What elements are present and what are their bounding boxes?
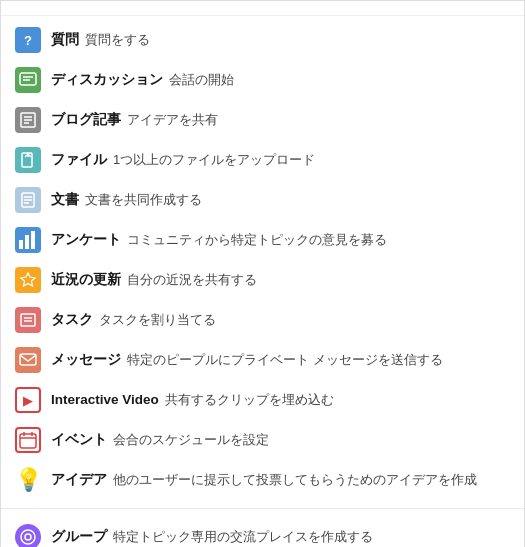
svg-point-26 [25, 534, 31, 540]
item-text-message: メッセージ特定のピープルにプライベート メッセージを送信する [51, 351, 443, 369]
item-name-event: イベント [51, 431, 107, 449]
item-name-discussion: ディスカッション [51, 71, 163, 89]
svg-text:?: ? [24, 33, 32, 48]
menu-item-question[interactable]: ?質問質問をする [1, 20, 524, 60]
item-desc-message: 特定のピープルにプライベート メッセージを送信する [127, 351, 443, 369]
item-desc-blog: アイデアを共有 [127, 111, 218, 129]
item-name-question: 質問 [51, 31, 79, 49]
blog-icon [15, 107, 41, 133]
svg-rect-20 [20, 354, 36, 365]
video-icon: ▶ [15, 387, 41, 413]
task-icon [15, 307, 41, 333]
survey-icon [15, 227, 41, 253]
item-text-discussion: ディスカッション会話の開始 [51, 71, 234, 89]
menu-item-doc[interactable]: 文書文書を共同作成する [1, 180, 524, 220]
menu-item-survey[interactable]: アンケートコミュニティから特定トピックの意見を募る [1, 220, 524, 260]
item-text-task: タスクタスクを割り当てる [51, 311, 216, 329]
menu-list: ?質問質問をするディスカッション会話の開始ブログ記事アイデアを共有ファイル1つ以… [1, 16, 524, 504]
item-name-file: ファイル [51, 151, 107, 169]
update-icon [15, 267, 41, 293]
menu-item-task[interactable]: タスクタスクを割り当てる [1, 300, 524, 340]
svg-rect-1 [20, 73, 36, 85]
item-text-blog: ブログ記事アイデアを共有 [51, 111, 218, 129]
event-icon [15, 427, 41, 453]
item-name-doc: 文書 [51, 191, 79, 209]
item-name-survey: アンケート [51, 231, 121, 249]
item-name-message: メッセージ [51, 351, 121, 369]
item-desc-discussion: 会話の開始 [169, 71, 234, 89]
item-desc-group: 特定トピック専用の交流プレイスを作成する [113, 528, 373, 546]
menu-item-discussion[interactable]: ディスカッション会話の開始 [1, 60, 524, 100]
item-text-question: 質問質問をする [51, 31, 150, 49]
item-name-update: 近況の更新 [51, 271, 121, 289]
panel-header [1, 1, 524, 16]
item-name-task: タスク [51, 311, 93, 329]
item-desc-event: 会合のスケジュールを設定 [113, 431, 269, 449]
item-desc-survey: コミュニティから特定トピックの意見を募る [127, 231, 387, 249]
item-desc-doc: 文書を共同作成する [85, 191, 202, 209]
message-icon [15, 347, 41, 373]
create-panel: ?質問質問をするディスカッション会話の開始ブログ記事アイデアを共有ファイル1つ以… [0, 0, 525, 547]
item-name-blog: ブログ記事 [51, 111, 121, 129]
menu-item-update[interactable]: 近況の更新自分の近況を共有する [1, 260, 524, 300]
item-desc-idea: 他のユーザーに提示して投票してもらうためのアイデアを作成 [113, 471, 477, 489]
item-name-idea: アイデア [51, 471, 107, 489]
item-text-group: グループ特定トピック専用の交流プレイスを作成する [51, 528, 373, 546]
item-desc-task: タスクを割り当てる [99, 311, 216, 329]
svg-rect-21 [20, 434, 36, 448]
svg-rect-17 [21, 314, 35, 326]
group-icon [15, 524, 41, 547]
menu-item-blog[interactable]: ブログ記事アイデアを共有 [1, 100, 524, 140]
file-icon [15, 147, 41, 173]
divider [1, 508, 524, 509]
item-text-file: ファイル1つ以上のファイルをアップロード [51, 151, 315, 169]
discussion-icon [15, 67, 41, 93]
doc-icon [15, 187, 41, 213]
menu-item-message[interactable]: メッセージ特定のピープルにプライベート メッセージを送信する [1, 340, 524, 380]
secondary-list: グループ特定トピック専用の交流プレイスを作成する◷プロジェクトゴールを設定し、ス… [1, 513, 524, 547]
svg-rect-15 [25, 235, 29, 249]
item-name-video: Interactive Video [51, 392, 159, 407]
svg-point-25 [21, 530, 35, 544]
item-name-group: グループ [51, 528, 107, 546]
idea-icon: 💡 [15, 467, 41, 493]
menu-item-idea[interactable]: 💡アイデア他のユーザーに提示して投票してもらうためのアイデアを作成 [1, 460, 524, 500]
item-text-event: イベント会合のスケジュールを設定 [51, 431, 269, 449]
item-text-survey: アンケートコミュニティから特定トピックの意見を募る [51, 231, 387, 249]
item-text-update: 近況の更新自分の近況を共有する [51, 271, 257, 289]
menu-item-event[interactable]: イベント会合のスケジュールを設定 [1, 420, 524, 460]
menu-item-group[interactable]: グループ特定トピック専用の交流プレイスを作成する [1, 517, 524, 547]
menu-item-video[interactable]: ▶Interactive Video共有するクリップを埋め込む [1, 380, 524, 420]
item-text-video: Interactive Video共有するクリップを埋め込む [51, 391, 334, 409]
item-desc-update: 自分の近況を共有する [127, 271, 257, 289]
item-desc-video: 共有するクリップを埋め込む [165, 391, 334, 409]
item-desc-question: 質問をする [85, 31, 150, 49]
item-text-doc: 文書文書を共同作成する [51, 191, 202, 209]
menu-item-file[interactable]: ファイル1つ以上のファイルをアップロード [1, 140, 524, 180]
svg-rect-14 [19, 240, 23, 249]
item-desc-file: 1つ以上のファイルをアップロード [113, 151, 315, 169]
question-icon: ? [15, 27, 41, 53]
item-text-idea: アイデア他のユーザーに提示して投票してもらうためのアイデアを作成 [51, 471, 477, 489]
svg-rect-16 [31, 231, 35, 249]
